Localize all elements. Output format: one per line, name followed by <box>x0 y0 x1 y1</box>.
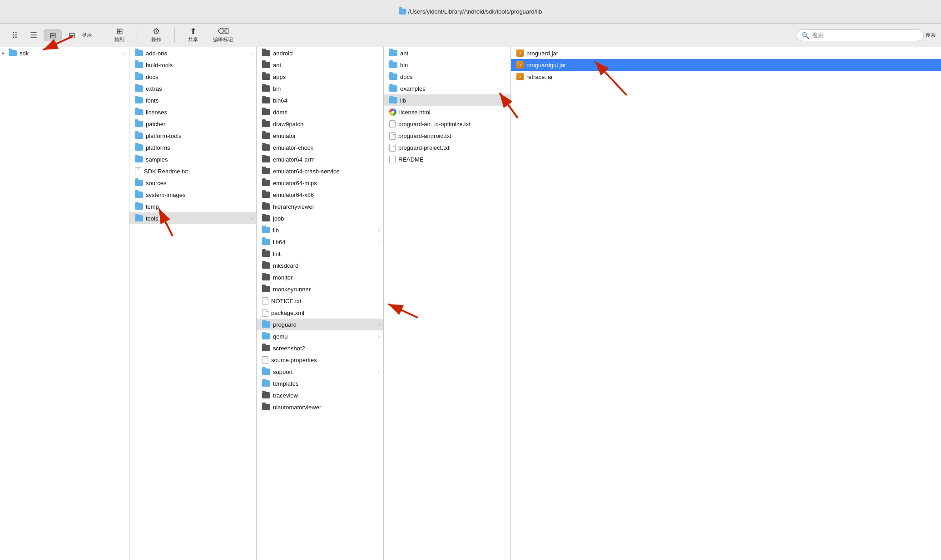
folder-dark-icon <box>262 109 270 115</box>
list-item[interactable]: support› <box>257 366 383 378</box>
list-item[interactable]: proguard-android.txt <box>384 130 510 142</box>
list-item[interactable]: samples <box>129 153 256 165</box>
list-item[interactable]: mksdcard <box>257 260 383 271</box>
list-item[interactable]: emulator64-mips <box>257 177 383 189</box>
item-label: proguard-project.txt <box>398 144 507 151</box>
list-item[interactable]: bin <box>257 83 383 94</box>
list-item[interactable]: jobb <box>257 212 383 224</box>
list-item[interactable]: traceview <box>257 389 383 401</box>
list-item[interactable]: emulator <box>257 130 383 142</box>
list-item[interactable]: qemu› <box>257 330 383 342</box>
list-item[interactable]: NOTICE.txt <box>257 295 383 307</box>
list-item[interactable]: license.html <box>384 106 510 118</box>
list-item[interactable]: SDK Readme.txt <box>129 165 256 177</box>
list-item[interactable]: README <box>384 153 510 165</box>
list-item[interactable]: extras <box>129 83 256 94</box>
list-view-btn[interactable]: ☰ <box>25 29 43 41</box>
tag-btn[interactable]: ⌫ 编辑标记 <box>209 25 237 45</box>
item-label: emulator-check <box>273 144 380 151</box>
action-label: 操作 <box>151 36 161 43</box>
list-item[interactable]: bin <box>384 59 510 71</box>
folder-icon <box>135 180 143 186</box>
grid-icon: ⠿ <box>12 31 18 39</box>
list-item[interactable]: emulator-check <box>257 142 383 153</box>
list-item[interactable]: add-ons› <box>129 47 256 59</box>
list-item[interactable]: uiautomatorviewer <box>257 401 383 413</box>
list-item[interactable]: bin64 <box>257 94 383 106</box>
item-label: emulator64-arm <box>273 156 380 163</box>
list-item[interactable]: fonts <box>129 94 256 106</box>
list-item[interactable]: hierarchyviewer <box>257 201 383 212</box>
item-label: license.html <box>399 109 507 116</box>
list-item[interactable]: lib64› <box>257 236 383 248</box>
list-item[interactable]: emulator64-x86 <box>257 189 383 201</box>
item-label: tools <box>146 215 248 222</box>
item-label: bin <box>273 85 380 92</box>
share-btn[interactable]: ⬆ 共享 <box>184 25 202 45</box>
folder-icon-sdk <box>9 50 17 56</box>
icon-view-btn[interactable]: ⠿ <box>5 29 24 41</box>
list-item[interactable]: examples <box>384 83 510 94</box>
list-icon: ☰ <box>30 31 37 39</box>
list-item[interactable]: screenshot2 <box>257 342 383 354</box>
gear-icon: ⚙ <box>153 27 160 35</box>
item-label: samples <box>146 156 253 163</box>
folder-dark-icon <box>262 404 270 410</box>
folder-icon <box>135 133 143 139</box>
chevron-icon: › <box>505 98 507 103</box>
folder-icon <box>389 50 397 56</box>
list-item[interactable]: temp <box>129 201 256 212</box>
list-item[interactable]: docs <box>384 71 510 83</box>
list-item[interactable]: tools› <box>129 212 256 224</box>
item-label: traceview <box>273 392 380 399</box>
folder-dark-icon <box>262 74 270 80</box>
list-item[interactable]: patcher <box>129 118 256 130</box>
sort-btn[interactable]: ⊞ 排列 <box>110 25 129 45</box>
list-item[interactable]: Jretrace.jar <box>511 71 941 83</box>
list-item[interactable]: draw9patch <box>257 118 383 130</box>
list-item[interactable]: Jproguardgui.jar <box>511 59 941 71</box>
item-label: hierarchyviewer <box>273 203 380 210</box>
cover-flow-btn[interactable]: ⊟ <box>63 29 81 41</box>
list-item[interactable]: lint <box>257 248 383 260</box>
list-item[interactable]: platform-tools <box>129 130 256 142</box>
column-view-btn[interactable]: ⊞ <box>44 29 62 41</box>
list-item[interactable]: package.xml <box>257 307 383 319</box>
list-item[interactable]: licenses <box>129 106 256 118</box>
column-2: add-ons›build-toolsdocsextrasfontslicens… <box>129 47 257 560</box>
list-item[interactable]: ▶ sdk › <box>0 47 129 59</box>
folder-icon <box>389 97 397 103</box>
list-item[interactable]: monkeyrunner <box>257 283 383 295</box>
list-item[interactable]: sources <box>129 177 256 189</box>
list-item[interactable]: system-images <box>129 189 256 201</box>
list-item[interactable]: source.properties <box>257 354 383 366</box>
folder-icon <box>135 192 143 198</box>
list-item[interactable]: platforms <box>129 142 256 153</box>
list-item[interactable]: lib› <box>384 94 510 106</box>
folder-dark-icon <box>262 50 270 56</box>
folder-dark-icon <box>262 345 270 351</box>
list-item[interactable]: android <box>257 47 383 59</box>
list-item[interactable]: emulator64-arm <box>257 153 383 165</box>
list-item[interactable]: proguard-an...d-optimize.txt <box>384 118 510 130</box>
list-item[interactable]: build-tools <box>129 59 256 71</box>
list-item[interactable]: ant <box>257 59 383 71</box>
list-item[interactable]: templates <box>257 378 383 389</box>
coverflow-icon: ⊟ <box>69 31 75 39</box>
search-input[interactable] <box>812 32 919 39</box>
item-label: emulator64-crash-service <box>273 168 380 175</box>
list-item[interactable]: monitor <box>257 271 383 283</box>
list-item[interactable]: Jproguard.jar <box>511 47 941 59</box>
list-item[interactable]: apps <box>257 71 383 83</box>
list-item[interactable]: lib› <box>257 224 383 236</box>
list-item[interactable]: proguard-project.txt <box>384 142 510 153</box>
item-label: proguard-an...d-optimize.txt <box>398 121 507 128</box>
list-item[interactable]: ant <box>384 47 510 59</box>
list-item[interactable]: ddms <box>257 106 383 118</box>
list-item[interactable]: emulator64-crash-service <box>257 165 383 177</box>
list-item[interactable]: proguard› <box>257 319 383 330</box>
action-btn[interactable]: ⚙ 操作 <box>147 25 165 45</box>
toolbar-right: 🔍 搜索 <box>797 29 936 41</box>
list-item[interactable]: docs <box>129 71 256 83</box>
item-label: README <box>398 156 507 163</box>
